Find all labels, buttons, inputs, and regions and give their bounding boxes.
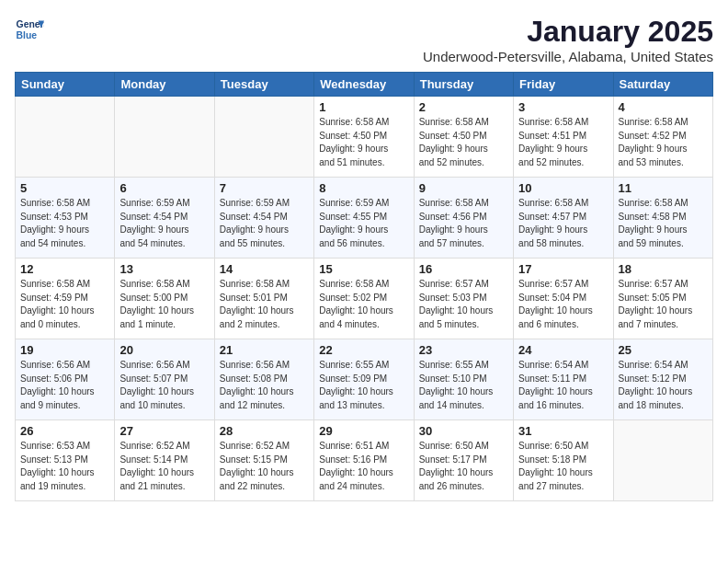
day-info: Sunrise: 6:58 AM Sunset: 5:02 PM Dayligh… xyxy=(319,278,408,331)
calendar-cell: 7Sunrise: 6:59 AM Sunset: 4:54 PM Daylig… xyxy=(214,178,313,259)
day-number: 26 xyxy=(20,424,109,438)
day-number: 21 xyxy=(220,343,309,357)
day-info: Sunrise: 6:51 AM Sunset: 5:16 PM Dayligh… xyxy=(319,440,408,493)
calendar-cell: 22Sunrise: 6:55 AM Sunset: 5:09 PM Dayli… xyxy=(314,339,414,420)
calendar-cell: 5Sunrise: 6:58 AM Sunset: 4:53 PM Daylig… xyxy=(16,178,115,259)
weekday-header-row: SundayMondayTuesdayWednesdayThursdayFrid… xyxy=(16,73,713,97)
logo-icon: General Blue xyxy=(15,15,44,44)
day-number: 19 xyxy=(20,343,109,357)
calendar-cell: 8Sunrise: 6:59 AM Sunset: 4:55 PM Daylig… xyxy=(314,178,414,259)
day-info: Sunrise: 6:57 AM Sunset: 5:04 PM Dayligh… xyxy=(518,278,608,331)
calendar-cell: 9Sunrise: 6:58 AM Sunset: 4:56 PM Daylig… xyxy=(414,178,513,259)
day-number: 17 xyxy=(518,262,608,276)
day-number: 20 xyxy=(119,343,209,357)
calendar-cell: 17Sunrise: 6:57 AM Sunset: 5:04 PM Dayli… xyxy=(514,259,613,339)
calendar-cell xyxy=(16,97,115,178)
week-row-2: 5Sunrise: 6:58 AM Sunset: 4:53 PM Daylig… xyxy=(16,178,713,259)
calendar-cell: 13Sunrise: 6:58 AM Sunset: 5:00 PM Dayli… xyxy=(115,259,214,339)
calendar-cell: 18Sunrise: 6:57 AM Sunset: 5:05 PM Dayli… xyxy=(613,259,712,339)
day-info: Sunrise: 6:58 AM Sunset: 5:01 PM Dayligh… xyxy=(220,278,309,331)
week-row-4: 19Sunrise: 6:56 AM Sunset: 5:06 PM Dayli… xyxy=(16,339,713,420)
day-number: 11 xyxy=(619,181,708,195)
weekday-header-saturday: Saturday xyxy=(613,73,712,97)
day-number: 1 xyxy=(319,100,408,114)
calendar-table: SundayMondayTuesdayWednesdayThursdayFrid… xyxy=(15,72,713,501)
day-number: 23 xyxy=(419,343,508,357)
weekday-header-tuesday: Tuesday xyxy=(214,73,313,97)
calendar-cell: 12Sunrise: 6:58 AM Sunset: 4:59 PM Dayli… xyxy=(16,259,115,339)
day-info: Sunrise: 6:54 AM Sunset: 5:12 PM Dayligh… xyxy=(619,359,708,412)
day-number: 18 xyxy=(619,262,708,276)
calendar-cell: 20Sunrise: 6:56 AM Sunset: 5:07 PM Dayli… xyxy=(115,339,214,420)
day-number: 14 xyxy=(220,262,309,276)
day-info: Sunrise: 6:50 AM Sunset: 5:17 PM Dayligh… xyxy=(419,440,508,493)
day-info: Sunrise: 6:56 AM Sunset: 5:06 PM Dayligh… xyxy=(20,359,109,412)
day-info: Sunrise: 6:58 AM Sunset: 4:57 PM Dayligh… xyxy=(518,197,608,250)
day-number: 3 xyxy=(518,100,608,114)
calendar-cell: 27Sunrise: 6:52 AM Sunset: 5:14 PM Dayli… xyxy=(115,420,214,501)
day-number: 15 xyxy=(319,262,408,276)
calendar-cell: 31Sunrise: 6:50 AM Sunset: 5:18 PM Dayli… xyxy=(514,420,613,501)
day-info: Sunrise: 6:58 AM Sunset: 4:58 PM Dayligh… xyxy=(619,197,708,250)
location-title: Underwood-Petersville, Alabama, United S… xyxy=(423,49,713,64)
day-info: Sunrise: 6:54 AM Sunset: 5:11 PM Dayligh… xyxy=(518,359,608,412)
page-header: General Blue January 2025 Underwood-Pete… xyxy=(15,15,713,64)
calendar-cell: 30Sunrise: 6:50 AM Sunset: 5:17 PM Dayli… xyxy=(414,420,513,501)
day-info: Sunrise: 6:58 AM Sunset: 4:59 PM Dayligh… xyxy=(20,278,109,331)
calendar-cell: 28Sunrise: 6:52 AM Sunset: 5:15 PM Dayli… xyxy=(214,420,313,501)
day-info: Sunrise: 6:50 AM Sunset: 5:18 PM Dayligh… xyxy=(518,440,608,493)
day-number: 30 xyxy=(419,424,508,438)
calendar-cell: 29Sunrise: 6:51 AM Sunset: 5:16 PM Dayli… xyxy=(314,420,414,501)
calendar-cell: 15Sunrise: 6:58 AM Sunset: 5:02 PM Dayli… xyxy=(314,259,414,339)
day-number: 12 xyxy=(20,262,109,276)
weekday-header-monday: Monday xyxy=(115,73,214,97)
calendar-cell xyxy=(613,420,712,501)
day-number: 5 xyxy=(20,181,109,195)
calendar-cell: 16Sunrise: 6:57 AM Sunset: 5:03 PM Dayli… xyxy=(414,259,513,339)
day-info: Sunrise: 6:58 AM Sunset: 5:00 PM Dayligh… xyxy=(119,278,209,331)
day-number: 25 xyxy=(619,343,708,357)
week-row-5: 26Sunrise: 6:53 AM Sunset: 5:13 PM Dayli… xyxy=(16,420,713,501)
weekday-header-wednesday: Wednesday xyxy=(314,73,414,97)
day-number: 16 xyxy=(419,262,508,276)
day-number: 7 xyxy=(220,181,309,195)
calendar-cell: 3Sunrise: 6:58 AM Sunset: 4:51 PM Daylig… xyxy=(514,97,613,178)
day-info: Sunrise: 6:55 AM Sunset: 5:10 PM Dayligh… xyxy=(419,359,508,412)
calendar-cell xyxy=(115,97,214,178)
weekday-header-sunday: Sunday xyxy=(16,73,115,97)
day-info: Sunrise: 6:53 AM Sunset: 5:13 PM Dayligh… xyxy=(20,440,109,493)
calendar-cell: 14Sunrise: 6:58 AM Sunset: 5:01 PM Dayli… xyxy=(214,259,313,339)
day-info: Sunrise: 6:55 AM Sunset: 5:09 PM Dayligh… xyxy=(319,359,408,412)
day-number: 13 xyxy=(119,262,209,276)
calendar-cell: 19Sunrise: 6:56 AM Sunset: 5:06 PM Dayli… xyxy=(16,339,115,420)
calendar-cell: 2Sunrise: 6:58 AM Sunset: 4:50 PM Daylig… xyxy=(414,97,513,178)
day-info: Sunrise: 6:58 AM Sunset: 4:50 PM Dayligh… xyxy=(419,116,508,169)
day-number: 2 xyxy=(419,100,508,114)
title-section: January 2025 Underwood-Petersville, Alab… xyxy=(423,15,713,64)
calendar-cell: 24Sunrise: 6:54 AM Sunset: 5:11 PM Dayli… xyxy=(514,339,613,420)
day-number: 4 xyxy=(619,100,708,114)
day-info: Sunrise: 6:52 AM Sunset: 5:14 PM Dayligh… xyxy=(119,440,209,493)
calendar-cell: 26Sunrise: 6:53 AM Sunset: 5:13 PM Dayli… xyxy=(16,420,115,501)
day-info: Sunrise: 6:56 AM Sunset: 5:07 PM Dayligh… xyxy=(119,359,209,412)
day-number: 8 xyxy=(319,181,408,195)
day-info: Sunrise: 6:58 AM Sunset: 4:56 PM Dayligh… xyxy=(419,197,508,250)
logo: General Blue xyxy=(15,15,44,44)
day-info: Sunrise: 6:59 AM Sunset: 4:54 PM Dayligh… xyxy=(119,197,209,250)
svg-text:Blue: Blue xyxy=(17,30,38,40)
day-info: Sunrise: 6:58 AM Sunset: 4:53 PM Dayligh… xyxy=(20,197,109,250)
calendar-cell: 21Sunrise: 6:56 AM Sunset: 5:08 PM Dayli… xyxy=(214,339,313,420)
day-number: 28 xyxy=(220,424,309,438)
day-info: Sunrise: 6:59 AM Sunset: 4:55 PM Dayligh… xyxy=(319,197,408,250)
day-number: 27 xyxy=(119,424,209,438)
day-number: 10 xyxy=(518,181,608,195)
calendar-cell xyxy=(214,97,313,178)
day-info: Sunrise: 6:58 AM Sunset: 4:52 PM Dayligh… xyxy=(619,116,708,169)
calendar-cell: 1Sunrise: 6:58 AM Sunset: 4:50 PM Daylig… xyxy=(314,97,414,178)
day-number: 22 xyxy=(319,343,408,357)
day-info: Sunrise: 6:59 AM Sunset: 4:54 PM Dayligh… xyxy=(220,197,309,250)
week-row-1: 1Sunrise: 6:58 AM Sunset: 4:50 PM Daylig… xyxy=(16,97,713,178)
day-info: Sunrise: 6:58 AM Sunset: 4:50 PM Dayligh… xyxy=(319,116,408,169)
calendar-cell: 25Sunrise: 6:54 AM Sunset: 5:12 PM Dayli… xyxy=(613,339,712,420)
day-number: 6 xyxy=(119,181,209,195)
